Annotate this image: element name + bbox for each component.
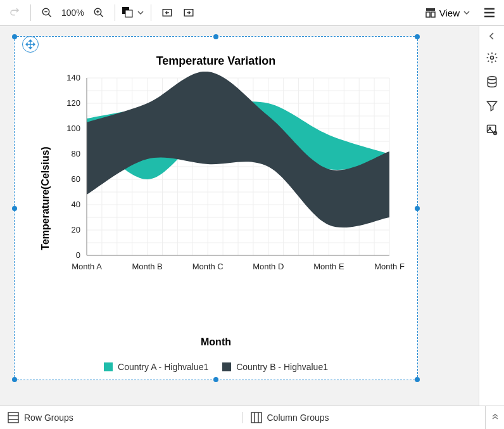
- chart-selection[interactable]: Temperature Variation Temperature(Celsiu…: [14, 36, 418, 380]
- svg-text:40: 40: [72, 200, 80, 209]
- svg-text:140: 140: [66, 73, 80, 82]
- resize-handle-tl[interactable]: [12, 34, 17, 39]
- resize-handle-mr[interactable]: [415, 206, 420, 211]
- chart: Temperature Variation Temperature(Celsiu…: [21, 54, 411, 373]
- fill-color-button[interactable]: [122, 3, 144, 22]
- svg-text:Month F: Month F: [374, 262, 405, 271]
- svg-rect-12: [426, 12, 430, 17]
- settings-gear-icon[interactable]: [483, 49, 501, 67]
- top-toolbar: 100% View: [0, 0, 504, 26]
- chart-title: Temperature Variation: [21, 54, 411, 68]
- move-handle[interactable]: [22, 36, 39, 53]
- svg-rect-8: [125, 10, 132, 17]
- svg-text:0: 0: [76, 250, 80, 260]
- filter-icon[interactable]: [483, 97, 501, 115]
- send-backward-button[interactable]: [158, 3, 177, 22]
- svg-point-69: [490, 56, 493, 60]
- svg-text:Month B: Month B: [132, 262, 162, 271]
- legend-swatch: [222, 362, 231, 371]
- svg-text:80: 80: [72, 149, 80, 158]
- legend-label: Country B - Highvalue1: [236, 362, 328, 372]
- collapse-panel-button[interactable]: [488, 30, 496, 42]
- resize-handle-bm[interactable]: [213, 377, 218, 382]
- expand-groups-button[interactable]: [485, 406, 504, 429]
- legend-item: Country A - Highvalue1: [104, 362, 208, 372]
- svg-rect-11: [426, 8, 435, 11]
- resize-handle-tr[interactable]: [415, 34, 420, 39]
- svg-text:Month A: Month A: [72, 262, 102, 271]
- hamburger-menu-button[interactable]: [480, 3, 499, 22]
- zoom-level: 100%: [59, 8, 87, 18]
- image-settings-icon[interactable]: [483, 121, 501, 139]
- column-groups-section[interactable]: Column Groups: [243, 412, 486, 423]
- svg-text:60: 60: [72, 174, 80, 184]
- svg-text:Month C: Month C: [192, 262, 224, 271]
- svg-text:Month D: Month D: [253, 262, 284, 271]
- legend-item: Country B - Highvalue1: [222, 362, 328, 372]
- svg-line-1: [48, 14, 51, 17]
- row-groups-label: Row Groups: [24, 413, 73, 423]
- view-dropdown[interactable]: View: [422, 8, 474, 18]
- svg-rect-77: [251, 413, 261, 423]
- resize-handle-tm[interactable]: [213, 34, 218, 39]
- legend-swatch: [104, 362, 113, 371]
- column-groups-label: Column Groups: [267, 413, 329, 423]
- design-canvas[interactable]: Temperature Variation Temperature(Celsiu…: [0, 26, 479, 406]
- bring-forward-button[interactable]: [179, 3, 198, 22]
- svg-text:120: 120: [66, 98, 80, 108]
- resize-handle-ml[interactable]: [12, 206, 17, 211]
- resize-handle-bl[interactable]: [12, 377, 17, 382]
- row-groups-section[interactable]: Row Groups: [0, 412, 243, 423]
- chart-plot: 020406080100120140Month AMonth BMonth CM…: [27, 72, 405, 287]
- chart-legend: Country A - Highvalue1Country B - Highva…: [21, 362, 411, 372]
- svg-rect-13: [431, 12, 435, 17]
- svg-text:20: 20: [72, 225, 80, 234]
- svg-text:100: 100: [66, 124, 80, 133]
- svg-point-70: [488, 77, 496, 80]
- svg-text:Month E: Month E: [313, 262, 344, 271]
- resize-handle-br[interactable]: [415, 377, 420, 382]
- zoom-out-button[interactable]: [37, 3, 56, 22]
- database-icon[interactable]: [483, 73, 501, 91]
- svg-rect-74: [8, 413, 18, 423]
- redo-button: [5, 3, 24, 22]
- view-label: View: [439, 8, 460, 18]
- groups-bar: Row Groups Column Groups: [0, 406, 504, 429]
- legend-label: Country A - Highvalue1: [118, 362, 208, 372]
- svg-line-4: [100, 14, 103, 17]
- right-side-panel: [479, 26, 504, 406]
- y-axis-label: Temperature(Celsius): [40, 146, 51, 250]
- x-axis-label: Month: [21, 336, 411, 348]
- zoom-in-button[interactable]: [89, 3, 108, 22]
